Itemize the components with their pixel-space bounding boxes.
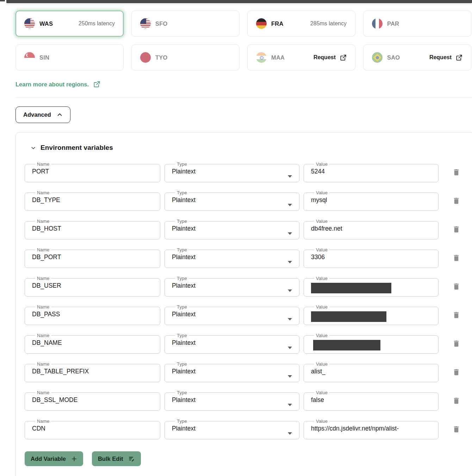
env-var-row: Name DB_PASS Type Plaintext Value bbox=[25, 304, 472, 325]
region-card[interactable]: SIN bbox=[15, 44, 124, 71]
environment-variables-title: Environment variables bbox=[41, 144, 113, 152]
env-value-input[interactable]: Value db4free.net bbox=[304, 219, 439, 239]
env-type-select[interactable]: Type Plaintext bbox=[164, 361, 299, 382]
bulk-edit-button[interactable]: Bulk Edit bbox=[92, 451, 141, 466]
delete-variable-button[interactable] bbox=[452, 196, 460, 205]
env-type-select[interactable]: Type Plaintext bbox=[164, 276, 299, 297]
env-name-input[interactable]: Name DB_NAME bbox=[25, 333, 160, 354]
delete-variable-button[interactable] bbox=[452, 368, 460, 377]
region-card[interactable]: SAO Request bbox=[363, 44, 471, 71]
env-name-value: DB_TYPE bbox=[32, 195, 153, 204]
delete-variable-button[interactable] bbox=[452, 311, 460, 319]
advanced-toggle-button[interactable]: Advanced bbox=[15, 106, 70, 123]
type-field-label: Type bbox=[175, 276, 189, 281]
env-name-input[interactable]: Name DB_SSL_MODE bbox=[25, 390, 160, 411]
region-flag-icon bbox=[256, 18, 267, 29]
region-request-link[interactable]: Request bbox=[313, 54, 347, 61]
learn-more-link[interactable]: Learn more about regions. bbox=[15, 81, 100, 88]
region-card[interactable]: TYO bbox=[131, 44, 240, 71]
delete-variable-button[interactable] bbox=[452, 396, 460, 405]
env-value-input[interactable]: Value alist_ bbox=[304, 361, 439, 382]
region-request-link[interactable]: Request bbox=[429, 54, 462, 61]
region-card[interactable]: FRA 285ms latency bbox=[247, 11, 355, 37]
delete-variable-button[interactable] bbox=[452, 168, 460, 177]
type-field-label: Type bbox=[175, 361, 189, 367]
env-value-input[interactable]: Value false bbox=[304, 390, 439, 411]
env-value-input[interactable]: Value https://cdn.jsdelivr.net/npm/alist… bbox=[304, 419, 439, 439]
env-name-input[interactable]: Name DB_PORT bbox=[25, 247, 160, 268]
region-flag-icon bbox=[372, 18, 383, 29]
env-type-select[interactable]: Type Plaintext bbox=[164, 247, 299, 268]
env-value-input[interactable]: Value bbox=[304, 333, 439, 354]
env-rows-list: Name PORT Type Plaintext Value 5244 bbox=[25, 161, 472, 439]
env-type-select[interactable]: Type Plaintext bbox=[164, 219, 299, 239]
env-type-select[interactable]: Type Plaintext bbox=[164, 190, 299, 211]
name-field-label: Name bbox=[35, 419, 51, 424]
chevron-down-icon bbox=[30, 145, 36, 151]
region-code-label: PAR bbox=[387, 20, 399, 27]
region-flag-icon bbox=[256, 52, 267, 63]
env-name-input[interactable]: Name DB_TYPE bbox=[25, 190, 160, 211]
chevron-down-icon bbox=[288, 261, 292, 266]
env-type-select[interactable]: Type Plaintext bbox=[164, 390, 299, 411]
env-name-input[interactable]: Name DB_HOST bbox=[25, 219, 160, 239]
value-field-label: Value bbox=[314, 247, 329, 252]
value-field-label: Value bbox=[314, 361, 329, 367]
external-link-icon bbox=[456, 54, 462, 61]
env-value-text: db4free.net bbox=[311, 224, 431, 232]
env-name-input[interactable]: Name PORT bbox=[25, 161, 160, 182]
env-value-input[interactable]: Value bbox=[304, 304, 439, 325]
environment-variables-header[interactable]: Environment variables bbox=[30, 144, 472, 152]
region-code-label: MAA bbox=[271, 54, 285, 61]
value-field-label: Value bbox=[314, 333, 329, 338]
env-name-input[interactable]: Name DB_USER bbox=[25, 276, 160, 297]
env-type-select[interactable]: Type Plaintext bbox=[164, 333, 299, 354]
delete-variable-button[interactable] bbox=[452, 225, 460, 234]
delete-variable-button[interactable] bbox=[452, 339, 460, 348]
env-name-input[interactable]: Name DB_PASS bbox=[25, 304, 160, 325]
region-code-label: FRA bbox=[271, 20, 284, 27]
delete-variable-button[interactable] bbox=[452, 254, 460, 262]
region-card[interactable]: MAA Request bbox=[247, 44, 355, 71]
redacted-value-box bbox=[313, 340, 380, 350]
env-name-value: DB_SSL_MODE bbox=[32, 395, 153, 404]
region-card[interactable]: PAR bbox=[363, 11, 471, 37]
env-value-input[interactable]: Value bbox=[304, 276, 439, 297]
env-name-value: DB_TABLE_PREFIX bbox=[32, 367, 153, 375]
env-var-row: Name DB_TYPE Type Plaintext Value mysql bbox=[25, 190, 472, 211]
name-field-label: Name bbox=[35, 247, 51, 252]
trash-icon bbox=[452, 368, 460, 377]
type-field-label: Type bbox=[175, 333, 189, 338]
regions-grid: WAS 250ms latency SFO FRA 285ms latency … bbox=[15, 11, 471, 71]
env-var-row: Name DB_TABLE_PREFIX Type Plaintext Valu… bbox=[25, 361, 472, 382]
value-field-label: Value bbox=[314, 276, 329, 281]
env-type-select[interactable]: Type Plaintext bbox=[164, 419, 299, 439]
delete-variable-button[interactable] bbox=[452, 282, 460, 291]
env-value-input[interactable]: Value 5244 bbox=[304, 161, 439, 182]
env-name-value: PORT bbox=[32, 167, 153, 175]
env-value-input[interactable]: Value 3306 bbox=[304, 247, 439, 268]
value-field-label: Value bbox=[314, 219, 329, 224]
type-field-label: Type bbox=[175, 161, 189, 167]
name-field-label: Name bbox=[35, 304, 51, 310]
env-type-select[interactable]: Type Plaintext bbox=[164, 161, 299, 182]
trash-icon bbox=[452, 282, 460, 291]
name-field-label: Name bbox=[35, 333, 51, 338]
trash-icon bbox=[452, 396, 460, 405]
chevron-up-icon bbox=[57, 112, 63, 118]
chevron-down-icon bbox=[288, 432, 292, 437]
region-latency-label: 285ms latency bbox=[310, 20, 347, 27]
env-type-select[interactable]: Type Plaintext bbox=[164, 304, 299, 325]
delete-variable-button[interactable] bbox=[452, 425, 460, 434]
value-field-label: Value bbox=[314, 419, 329, 424]
value-field-label: Value bbox=[314, 390, 329, 395]
env-name-value: CDN bbox=[32, 424, 153, 432]
name-field-label: Name bbox=[35, 276, 51, 281]
region-card[interactable]: WAS 250ms latency bbox=[15, 11, 124, 37]
add-variable-button[interactable]: Add Variable bbox=[25, 451, 83, 466]
env-name-input[interactable]: Name CDN bbox=[25, 419, 160, 439]
env-type-value: Plaintext bbox=[172, 310, 292, 318]
env-value-input[interactable]: Value mysql bbox=[304, 190, 439, 211]
env-name-input[interactable]: Name DB_TABLE_PREFIX bbox=[25, 361, 160, 382]
region-card[interactable]: SFO bbox=[131, 11, 240, 37]
